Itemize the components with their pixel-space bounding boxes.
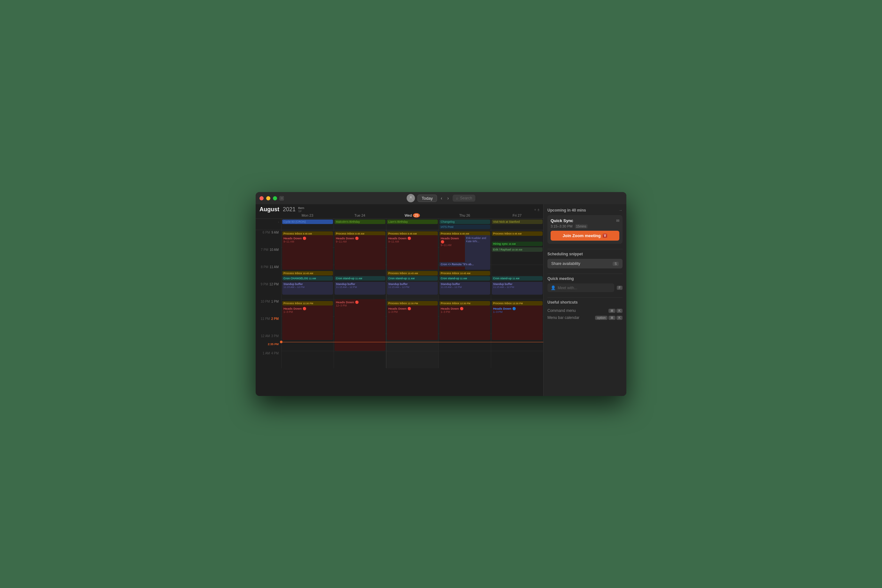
visit-nick-event[interactable]: Visit Nick at Stanford bbox=[492, 219, 543, 224]
thu-heads-down-2[interactable]: Heads Down 🔴 1–3 PM bbox=[440, 306, 490, 340]
fri-cron-standup[interactable]: Cron stand-up 11 AM bbox=[492, 276, 543, 280]
time-grid-scroll[interactable]: 6 PM 9 AM 7 PM 10 AM 8 PM 11 AM 9 PM bbox=[256, 230, 543, 396]
mon-heads-down-2[interactable]: Heads Down 🔴 1–3 PM bbox=[282, 306, 333, 340]
next-button[interactable]: › bbox=[446, 195, 450, 201]
wed-heads-down-2[interactable]: Heads Down 🔴 1–3 PM bbox=[387, 306, 438, 340]
changelog-event[interactable]: Changelog bbox=[440, 219, 490, 224]
upcoming-event-card: Quick Sync ✉ 3:15–3:30 PM 15mins Join Zo… bbox=[548, 215, 622, 244]
thu-process-inbox-2[interactable]: Process Inbox 10:45 AM bbox=[440, 271, 490, 276]
wed-heads-down[interactable]: Heads Down 🔴 9–11 AM bbox=[387, 235, 438, 270]
upcoming-event-time: 3:15–3:30 PM 15mins bbox=[550, 224, 620, 228]
allday-cell-tue: Malcolm's Birthday bbox=[334, 219, 386, 230]
svg-point-0 bbox=[410, 196, 412, 198]
sf-label: SF bbox=[298, 210, 304, 213]
maximize-traffic-light[interactable] bbox=[273, 196, 277, 200]
meet-with-key: F bbox=[617, 286, 622, 290]
join-zoom-button[interactable]: Join Zoom meeting V bbox=[550, 231, 620, 241]
divider-1 bbox=[548, 249, 622, 249]
mon-process-inbox-2[interactable]: Process Inbox 10:45 AM bbox=[282, 271, 333, 276]
divider-2 bbox=[548, 273, 622, 274]
scheduling-section: Scheduling snippet Share availability S bbox=[548, 252, 622, 268]
fri-process-inbox-1[interactable]: Process Inbox 8:45 AM bbox=[492, 231, 543, 236]
day-col-thu[interactable]: Process Inbox 8:45 AM Heads Down 🔴 9–11 … bbox=[438, 230, 491, 368]
shortcut-row-menubar: Menu bar calendar option ⌘ K bbox=[548, 314, 622, 321]
email-icon[interactable]: ✉ bbox=[616, 219, 620, 223]
current-time-dot bbox=[280, 340, 282, 343]
col-header-wed: Wed 25 bbox=[386, 213, 438, 217]
time-label-12am: 12 AM 3 PM 2:35 PM bbox=[256, 334, 281, 351]
day-col-wed[interactable]: Process Inbox 8:45 AM Heads Down 🔴 9–11 … bbox=[386, 230, 438, 368]
allday-row: ↓ Cycle 83 (CRON) Malcolm's Birthday Lia… bbox=[256, 219, 543, 230]
fri-erik-raphael[interactable]: Erik / Raphael 10:30 AM bbox=[492, 248, 543, 252]
shortcut-row-command: Command menu ⌘ K bbox=[548, 307, 622, 314]
avatar[interactable] bbox=[406, 194, 415, 202]
mon-cron-changelog[interactable]: Cron CHANGELOG 11 AM bbox=[282, 276, 333, 280]
thu-standup-buffer[interactable]: Standup buffer 11:15 AM – 12 PM bbox=[440, 282, 490, 295]
day-col-fri[interactable]: Process Inbox 8:45 AM Erik / Raphael 10:… bbox=[491, 230, 543, 368]
tue-standup-buffer[interactable]: Standup buffer 11:15 AM – 12 PM bbox=[334, 282, 386, 295]
wed-cron-standup[interactable]: Cron stand-up 11 AM bbox=[387, 276, 438, 280]
person-icon: 👤 bbox=[550, 285, 556, 290]
fri-standup-buffer[interactable]: Standup buffer 11:15 AM – 12 PM bbox=[492, 282, 543, 295]
allday-cell-mon: Cycle 83 (CRON) bbox=[281, 219, 334, 230]
allday-label: ↓ bbox=[256, 219, 281, 230]
wed-process-inbox-3[interactable]: Process Inbox 12:30 PM bbox=[387, 301, 438, 306]
thu-process-inbox-3[interactable]: Process Inbox 12:30 PM bbox=[440, 301, 490, 306]
fri-hiring-sync[interactable]: Hiring sync 10 AM bbox=[492, 242, 543, 246]
wed-standup-buffer[interactable]: Standup buffer 11:15 AM – 12 PM bbox=[387, 282, 438, 295]
bern-label: Bern bbox=[298, 207, 304, 210]
prev-button[interactable]: ‹ bbox=[440, 195, 444, 201]
upcoming-arrow[interactable]: → bbox=[619, 208, 622, 213]
titlebar-center: Today ‹ › ⌕ Search bbox=[406, 194, 475, 202]
current-time-label: 2:35 PM bbox=[268, 343, 279, 346]
column-headers: Mon 23 Tue 24 Wed 25 Thu 26 Fri 27 bbox=[256, 213, 543, 219]
allday-cell-thu: Changelog IATS Post bbox=[438, 219, 491, 230]
time-labels-column: 6 PM 9 AM 7 PM 10 AM 8 PM 11 AM 9 PM bbox=[256, 230, 281, 368]
meet-with-input[interactable]: 👤 Meet with... bbox=[548, 284, 614, 292]
command-menu-keys: ⌘ K bbox=[609, 309, 622, 313]
col-header-spacer bbox=[256, 213, 281, 217]
cal-right-controls: + ± bbox=[534, 208, 539, 212]
settings-icon[interactable]: ± bbox=[537, 208, 539, 212]
time-grid-body: 6 PM 9 AM 7 PM 10 AM 8 PM 11 AM 9 PM bbox=[256, 230, 543, 368]
meet-with-placeholder: Meet with... bbox=[558, 286, 577, 290]
close-traffic-light[interactable] bbox=[260, 196, 264, 200]
quick-meeting-section: Quick meeting 👤 Meet with... F bbox=[548, 276, 622, 292]
upcoming-section: Upcoming in 40 mins → Quick Sync ✉ 3:15–… bbox=[548, 208, 622, 244]
tue-cron-standup[interactable]: Cron stand-up 11 AM bbox=[334, 276, 386, 280]
fri-process-inbox-3[interactable]: Process Inbox 12:30 PM bbox=[492, 301, 543, 306]
allday-cell-fri: Visit Nick at Stanford bbox=[491, 219, 543, 230]
main-area: August 2021 Bern SF + ± Mon 23 bbox=[256, 204, 626, 396]
mon-process-inbox-3[interactable]: Process Inbox 12:30 PM bbox=[282, 301, 333, 306]
thu-cron-standup[interactable]: Cron stand-up 11 AM bbox=[440, 276, 490, 280]
search-box[interactable]: ⌕ Search bbox=[453, 195, 476, 202]
scheduling-section-title: Scheduling snippet bbox=[548, 252, 622, 256]
day-col-mon[interactable]: Process Inbox 8:45 AM Heads Down 🔴 9–11 … bbox=[281, 230, 334, 368]
malcolm-birthday[interactable]: Malcolm's Birthday bbox=[334, 219, 386, 224]
today-button[interactable]: Today bbox=[417, 195, 437, 202]
add-event-btn[interactable]: + bbox=[534, 208, 536, 212]
share-availability-button[interactable]: Share availability S bbox=[548, 259, 622, 268]
minimize-traffic-light[interactable] bbox=[266, 196, 270, 200]
cycle-event[interactable]: Cycle 83 (CRON) bbox=[282, 219, 333, 224]
liam-birthday[interactable]: Liam's Birthday bbox=[387, 219, 438, 224]
col-header-tue: Tue 24 bbox=[334, 213, 386, 217]
mon-standup-buffer[interactable]: Standup buffer 11:15 AM – 12 PM bbox=[282, 282, 333, 295]
mac-window: Today ‹ › ⌕ Search August 2021 Bern SF bbox=[256, 192, 626, 396]
wed-process-inbox-2[interactable]: Process Inbox 10:45 AM bbox=[387, 271, 438, 276]
time-label-11pm: 11 PM 2 PM bbox=[256, 316, 281, 334]
tue-heads-down-2[interactable]: Heads Down 🔴 12–3 PM bbox=[334, 299, 386, 351]
time-label-7pm: 7 PM 10 AM bbox=[256, 248, 281, 265]
mon-heads-down[interactable]: Heads Down 🔴 9–11 AM bbox=[282, 235, 333, 270]
today-badge: 25 bbox=[413, 213, 420, 218]
fri-heads-down-2[interactable]: Heads Down 🔵 1–3 PM bbox=[492, 306, 543, 340]
iats-event[interactable]: IATS Post bbox=[440, 225, 490, 229]
tue-heads-down[interactable]: Heads Down 🔴 9–11 AM bbox=[334, 235, 386, 270]
day-columns: Process Inbox 8:45 AM Heads Down 🔴 9–11 … bbox=[281, 230, 543, 368]
allday-cell-wed: Liam's Birthday bbox=[386, 219, 438, 230]
thu-cron-remote[interactable]: Cron <> Remote "It's ab... bbox=[440, 262, 490, 267]
menu-bar-keys: option ⌘ K bbox=[595, 316, 622, 320]
grid-view-icon[interactable] bbox=[280, 196, 284, 200]
day-col-tue[interactable]: Process Inbox 8:45 AM Heads Down 🔴 9–11 … bbox=[334, 230, 386, 368]
time-label-1am: 1 AM 4 PM bbox=[256, 351, 281, 368]
